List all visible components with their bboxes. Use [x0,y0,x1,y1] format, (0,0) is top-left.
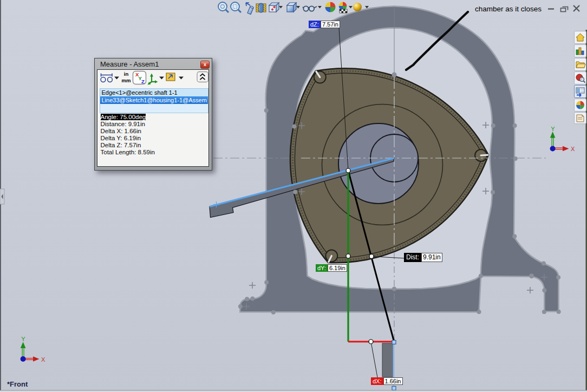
svg-text:Y: Y [21,336,25,342]
svg-text:Z: Z [141,79,145,84]
svg-text:X: X [571,146,575,152]
svg-text:in: in [123,71,128,77]
svg-text:mm: mm [121,77,131,83]
svg-text:X: X [41,356,45,363]
svg-text:Y: Y [551,126,555,132]
